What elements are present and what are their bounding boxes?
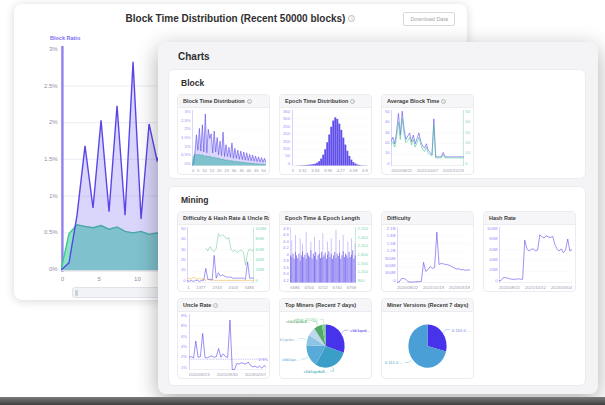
x-tick: 2023/03/18	[449, 285, 470, 290]
y-tick: 4	[286, 253, 288, 257]
y-tick: 50	[181, 227, 186, 231]
y-tick: 3.6	[283, 266, 289, 270]
plot-area	[292, 110, 369, 166]
y-tick: 900M	[385, 257, 395, 261]
y-tick: 2.5%	[44, 83, 58, 89]
x-axis-labels: 66866704672267406758	[290, 283, 356, 290]
x-tick: 2023/02/07	[245, 372, 266, 377]
x-tick: 20	[217, 168, 222, 173]
x-tick: 5486	[245, 285, 254, 290]
chart-card-difficulty-hashrate-unclerate[interactable]: Difficulty & Hash Rate & Uncle Rate 5040…	[177, 211, 270, 292]
x-tick: 2023/03/04	[551, 285, 572, 290]
chart-card-title: Epoch Time Distribution i	[280, 95, 371, 108]
chart-card-epoch-time-epoch-length[interactable]: Epoch Time & Epoch Length 4.84.64.44.243…	[279, 211, 372, 292]
y-tick: 50	[285, 154, 290, 158]
y-axis-labels: 3%2.5%2%1.5%1%0.5%0%	[181, 110, 192, 166]
y-tick: 3.4	[283, 272, 289, 276]
y-tick: 4.2	[283, 246, 289, 250]
y-tick: 20	[181, 258, 186, 262]
miner-versions-pie-chart: 0.110.0 ...0.111.0 ...	[382, 312, 473, 378]
y-tick: 40	[181, 237, 186, 241]
y-tick: 3.8	[283, 259, 289, 263]
chart-card-block-time-distribution[interactable]: Block Time Distribution i 3%2.5%2%1.5%1%…	[177, 94, 270, 175]
info-icon[interactable]: i	[213, 303, 218, 308]
chart-title: Average Block Time	[387, 98, 439, 104]
x-tick: 4103	[229, 285, 238, 290]
series-label: Block Ratio	[50, 35, 80, 41]
y-tick: 0%	[184, 162, 190, 166]
x-tick: 4.9	[362, 168, 368, 173]
y-tick: 4.4	[283, 240, 289, 244]
x-tick: 2020/08/23	[189, 372, 210, 377]
x-tick: 0	[192, 168, 194, 173]
chart-card-hash-rate[interactable]: Hash Rate 100M80M60M40M20M02020/08/22202…	[483, 211, 576, 292]
x-tick: 5	[197, 168, 199, 173]
y-tick: 20	[465, 141, 470, 145]
window-title: Block Time Distribution (Recent 50000 bl…	[14, 13, 467, 24]
chart-card-miner-versions[interactable]: Miner Versions (Recent 7 days) 0.110.0 .…	[381, 298, 474, 379]
chart-card-epoch-time-distribution[interactable]: Epoch Time Distribution i 35030025020015…	[279, 94, 372, 175]
y-tick: 0%	[49, 266, 58, 272]
plot-area	[187, 227, 254, 283]
average-block-time-mini-chart: 50403020100504030201002020/08/222021/10/…	[382, 108, 473, 174]
chart-card-uncle-rate[interactable]: Uncle Rate i 9%8%6%4%2%1%2.5%2020/08/232…	[177, 298, 270, 379]
chart-card-average-block-time[interactable]: Average Block Time i 5040302010050403020…	[381, 94, 474, 175]
y-tick: 40	[465, 120, 470, 124]
charts-panel: Charts Block Block Time Distribution i 3…	[158, 42, 598, 394]
chart-card-title: Difficulty & Hash Rate & Uncle Rate	[178, 212, 269, 225]
info-icon[interactable]: i	[247, 99, 252, 104]
dash-line-label: 2.5%	[258, 357, 268, 362]
y-tick: 40	[385, 120, 390, 124]
y-tick: 30	[465, 131, 470, 135]
y-tick: 0	[495, 279, 497, 283]
chart-title: Hash Rate	[489, 215, 516, 221]
y-tick: 60M	[256, 248, 264, 252]
download-data-button[interactable]: Download Data	[403, 12, 455, 26]
y-tick: 30	[385, 131, 390, 135]
info-icon[interactable]: i	[350, 99, 355, 104]
y-tick: 20M	[256, 268, 264, 272]
y-tick: 2,400	[358, 236, 368, 240]
chart-card-top-miners[interactable]: Top Miners (Recent 7 days) ckb1qzd...ckb…	[279, 298, 372, 379]
top-miners-pie-chart: ckb1qzd...ckb1qzda8...ckb1qz...ckb1qzda.…	[280, 312, 371, 378]
pie-slice-label: ckb1qzda8...	[304, 369, 328, 374]
x-tick: 2020/08/22	[397, 285, 418, 290]
chart-card-title: Difficulty	[382, 212, 473, 225]
x-tick: 0	[61, 276, 64, 282]
x-tick: 6758	[347, 285, 356, 290]
pie-slice-label: ckb1qzda...	[279, 336, 297, 341]
chart-title: Miner Versions (Recent 7 days)	[387, 302, 468, 308]
y-tick: 2,700	[358, 227, 368, 231]
x-axis-labels: 33.323.633.954.274.584.9	[292, 166, 369, 173]
y-tick: 1.5%	[181, 136, 191, 140]
y-tick: 0.5%	[44, 229, 58, 235]
chart-card-difficulty[interactable]: Difficulty 2.1B1.8B1.5B1.2B900M600M300M0…	[381, 211, 474, 292]
difficulty-mini-chart: 2.1B1.8B1.5B1.2B900M600M300M02020/08/222…	[382, 225, 473, 291]
page-title: Block Time Distribution (Recent 50000 bl…	[126, 13, 346, 24]
x-tick: 3	[292, 168, 294, 173]
y-tick: 50	[385, 110, 390, 114]
y-tick: 3%	[49, 46, 58, 52]
section-title-mining: Mining	[169, 187, 585, 205]
y-axis-labels: 4.84.64.44.243.83.63.43.2	[283, 227, 290, 283]
y-tick: 200	[283, 132, 290, 136]
pie-slice-label: ckb1qz...	[282, 356, 299, 361]
chart-title: Top Miners (Recent 7 days)	[285, 302, 356, 308]
uncle-rate-mini-chart: 9%8%6%4%2%1%2.5%2020/08/232021/09/302023…	[178, 312, 269, 378]
pie-slice-label: ckb1qzd...	[350, 328, 370, 333]
y-tick: 20M	[489, 268, 497, 272]
y-tick: 50	[465, 110, 470, 114]
pie-slice-label: 0.111.0 ...	[385, 360, 403, 365]
info-icon[interactable]: i	[441, 99, 446, 104]
y-tick: 1%	[49, 193, 58, 199]
x-tick: 3.95	[324, 168, 332, 173]
mining-charts-row-2: Uncle Rate i 9%8%6%4%2%1%2.5%2020/08/232…	[169, 292, 585, 379]
y-tick: 2.1B	[387, 227, 396, 231]
x-tick: 10	[202, 168, 207, 173]
chart-card-title: Hash Rate	[484, 212, 575, 225]
x-axis-labels: 05101520253035404550	[192, 166, 266, 173]
info-icon[interactable]: i	[348, 15, 355, 22]
difficulty-hashrate-unclerate-mini-chart: 50403020100100M80M60M40M20M0113772743410…	[178, 225, 269, 291]
x-tick: 2743	[212, 285, 221, 290]
x-tick: 1377	[196, 285, 205, 290]
